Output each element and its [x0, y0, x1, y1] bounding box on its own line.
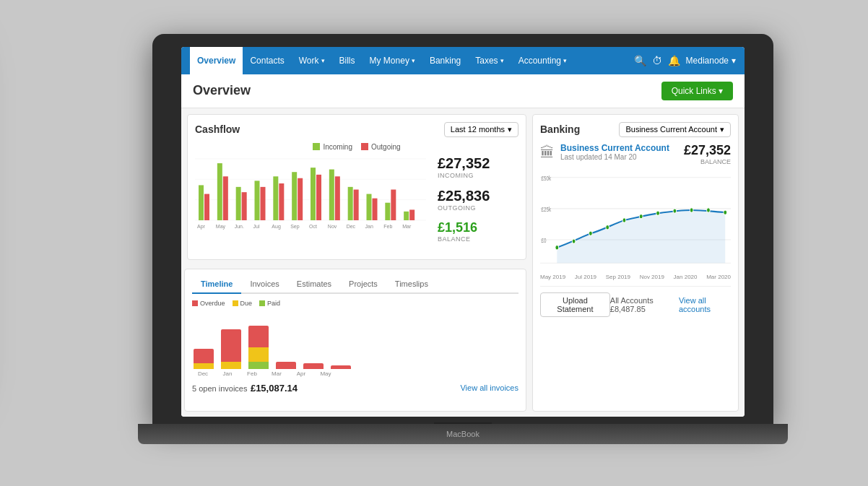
view-all-accounts-link[interactable]: View all accounts	[679, 296, 731, 313]
bar-jan-due	[221, 362, 241, 369]
stacked-x-labels: Dec Jan Feb Mar Apr May	[192, 370, 518, 377]
stacked-bar-chart	[192, 311, 518, 369]
x-mar: Mar	[266, 370, 287, 377]
nav-contacts-label: Contacts	[250, 56, 284, 66]
tab-timeslips[interactable]: Timeslips	[386, 277, 437, 292]
banking-section: Banking Business Current Account ▾ 🏛 Bus…	[532, 114, 739, 412]
tab-projects[interactable]: Projects	[340, 277, 386, 292]
search-icon[interactable]: 🔍	[634, 55, 646, 66]
bar-may-overdue	[331, 365, 351, 369]
cashflow-canvas	[195, 155, 426, 235]
banking-dropdown-chevron: ▾	[720, 125, 724, 134]
cashflow-section: Cashflow Last 12 months ▾ Incoming	[187, 114, 526, 260]
svg-text:£50k: £50k	[542, 175, 552, 182]
outgoing-sublabel: OUTGOING	[438, 204, 518, 212]
view-all-invoices-link[interactable]: View all invoices	[460, 383, 518, 392]
bar-jan-overdue	[221, 329, 241, 362]
bank-chart-svg: £50k £25k £0	[540, 170, 731, 271]
cashflow-legend: Incoming Outgoing	[195, 143, 518, 151]
nav-taxes[interactable]: Taxes ▾	[468, 47, 511, 74]
x-apr: Apr	[290, 370, 312, 377]
bank-x-labels: May 2019 Jul 2019 Sep 2019 Nov 2019 Jan …	[540, 274, 731, 280]
due-label: Due	[240, 300, 253, 307]
svg-point-12	[639, 214, 643, 218]
nav-bar: Overview Contacts Work ▾ Bills My Money …	[181, 47, 745, 74]
nav-work[interactable]: Work ▾	[292, 47, 332, 74]
bar-dec-overdue	[194, 349, 214, 363]
nav-banking-label: Banking	[430, 56, 461, 66]
tab-estimates[interactable]: Estimates	[288, 277, 340, 292]
bank-balance-value: £27,352	[684, 143, 731, 158]
nav-bills[interactable]: Bills	[332, 47, 363, 74]
cashflow-content: £27,352 INCOMING £25,836 OUTGOING £1,516…	[195, 155, 518, 243]
macbook-label: MacBook	[138, 424, 788, 444]
tab-invoices[interactable]: Invoices	[241, 277, 287, 292]
banking-dropdown-label: Business Current Account	[625, 125, 717, 134]
bank-account-name[interactable]: Business Current Account	[560, 143, 669, 153]
paid-label: Paid	[267, 300, 280, 307]
nav-overview[interactable]: Overview	[190, 47, 243, 74]
svg-point-9	[589, 231, 593, 235]
x-jan: Jan	[217, 370, 238, 377]
bank-x-jan20: Jan 2020	[674, 274, 698, 280]
bank-balance-label: BALANCE	[684, 158, 731, 165]
x-feb: Feb	[241, 370, 263, 377]
svg-point-13	[656, 211, 660, 215]
content-area: Overview Quick Links ▾ Cashflow Last 12 …	[181, 74, 745, 417]
cashflow-period-dropdown[interactable]: Last 12 months ▾	[444, 122, 518, 137]
nav-my-money[interactable]: My Money ▾	[363, 47, 422, 74]
nav-bills-label: Bills	[339, 56, 355, 66]
outgoing-label: Outgoing	[371, 143, 401, 151]
nav-banking[interactable]: Banking	[422, 47, 468, 74]
svg-text:£0: £0	[542, 237, 547, 244]
timeline-section: Timeline Invoices Estimates Projects Tim…	[184, 269, 526, 412]
legend-incoming: Incoming	[313, 143, 352, 151]
bank-building-icon: 🏛	[540, 144, 555, 161]
legend-outgoing: Outgoing	[361, 143, 401, 151]
legend-due: Due	[233, 300, 253, 307]
nav-user[interactable]: Medianode ▾	[686, 56, 736, 66]
paid-dot	[259, 300, 265, 306]
nav-contacts[interactable]: Contacts	[243, 47, 291, 74]
stat-incoming: £27,352 INCOMING	[438, 155, 518, 179]
page-title: Overview	[193, 83, 251, 98]
stat-balance: £1,516 BALANCE	[438, 220, 518, 243]
svg-point-14	[673, 208, 677, 212]
outgoing-dot	[361, 143, 368, 150]
nav-accounting[interactable]: Accounting ▾	[511, 47, 574, 74]
bank-footer: Upload Statement All Accounts £8,487.85 …	[540, 286, 731, 317]
bar-may	[329, 365, 352, 369]
bank-balance: £27,352 BALANCE	[684, 143, 731, 165]
quick-links-button[interactable]: Quick Links ▾	[661, 82, 733, 100]
cashflow-title: Cashflow	[195, 123, 240, 135]
banking-title: Banking	[540, 123, 580, 135]
upload-statement-button[interactable]: Upload Statement	[540, 292, 610, 317]
timer-icon[interactable]: ⏱	[652, 55, 662, 66]
tab-timeline[interactable]: Timeline	[192, 277, 241, 294]
nav-work-chevron: ▾	[321, 57, 325, 64]
nav-taxes-label: Taxes	[475, 56, 498, 66]
cashflow-bar-chart	[195, 155, 426, 243]
svg-text:£25k: £25k	[542, 206, 552, 213]
bar-feb-overdue	[248, 326, 269, 347]
bell-icon[interactable]: 🔔	[668, 55, 680, 66]
nav-accounting-label: Accounting	[518, 56, 561, 66]
nav-overview-label: Overview	[197, 56, 235, 66]
cashflow-period-label: Last 12 months	[451, 125, 505, 134]
svg-point-8	[572, 238, 576, 243]
nav-my-money-chevron: ▾	[412, 57, 415, 64]
invoice-footer: 5 open invoices £15,087.14 View all invo…	[192, 381, 518, 394]
nav-taxes-chevron: ▾	[500, 57, 504, 64]
incoming-value: £27,352	[438, 155, 518, 172]
legend-paid: Paid	[259, 300, 280, 307]
bar-dec	[192, 349, 215, 369]
outgoing-value: £25,836	[438, 188, 518, 204]
bank-x-mar20: Mar 2020	[706, 274, 731, 280]
invoice-amount: £15,087.14	[251, 383, 298, 394]
banking-account-dropdown[interactable]: Business Current Account ▾	[619, 122, 731, 137]
bank-x-may19: May 2019	[540, 274, 565, 280]
laptop-device: Overview Contacts Work ▾ Bills My Money …	[152, 34, 773, 453]
bar-apr	[302, 363, 325, 369]
legend-overdue: Overdue	[192, 300, 225, 307]
svg-point-16	[707, 207, 711, 212]
